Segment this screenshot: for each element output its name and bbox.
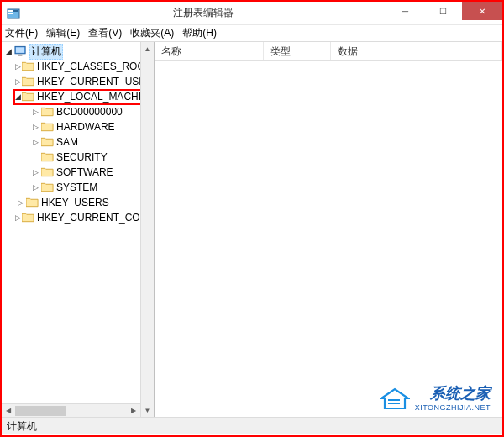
tree-panel: ◢ 计算机 ▷ HKEY_CLASSES_ROOT ▷ HKEY_CURRENT… <box>2 42 155 417</box>
watermark-title: 系统之家 <box>415 383 491 403</box>
values-panel: 名称 类型 数据 <box>155 42 502 417</box>
watermark: 系统之家 XITONGZHIJIA.NET <box>380 383 491 412</box>
svg-rect-6 <box>18 55 23 56</box>
tree-hive[interactable]: ▷ HKEY_USERS <box>2 195 140 210</box>
titlebar: 注册表编辑器 ─ ☐ ✕ <box>2 2 502 25</box>
tree-label[interactable]: HKEY_CURRENT_USER <box>37 76 140 87</box>
tree-label[interactable]: HKEY_CURRENT_CONFIG <box>37 212 140 224</box>
menu-view[interactable]: 查看(V) <box>88 26 122 40</box>
tree-scrollbar-horizontal[interactable]: ◀ ▶ <box>2 403 140 417</box>
computer-icon <box>14 45 27 57</box>
tree-label[interactable]: SAM <box>56 136 78 148</box>
tree-scrollbar-vertical[interactable]: ▲ ▼ <box>140 42 154 417</box>
tree-subkey[interactable]: ▷ SYSTEM <box>2 180 140 195</box>
svg-rect-1 <box>8 10 13 12</box>
expand-icon[interactable]: ▷ <box>30 107 40 117</box>
tree-subkey[interactable]: ▷ SOFTWARE <box>2 165 140 180</box>
expand-icon[interactable]: ▷ <box>15 197 25 208</box>
scroll-thumb[interactable] <box>15 406 66 416</box>
tree-hive[interactable]: ▷ HKEY_CURRENT_USER <box>2 74 140 89</box>
column-type[interactable]: 类型 <box>264 42 331 60</box>
svg-rect-2 <box>8 13 13 14</box>
statusbar-path: 计算机 <box>7 420 37 432</box>
menu-favorites[interactable]: 收藏夹(A) <box>130 26 174 40</box>
column-data[interactable]: 数据 <box>331 42 502 60</box>
column-name[interactable]: 名称 <box>155 42 264 60</box>
folder-icon <box>22 92 34 102</box>
watermark-url: XITONGZHIJIA.NET <box>415 403 491 412</box>
folder-icon <box>22 61 34 71</box>
expand-icon[interactable]: ▷ <box>30 122 40 132</box>
tree-hive[interactable]: ▷ HKEY_CLASSES_ROOT <box>2 59 140 74</box>
expand-icon[interactable]: ▷ <box>30 182 40 192</box>
tree-subkey[interactable]: ▷ BCD00000000 <box>2 104 140 119</box>
expand-icon[interactable]: ▷ <box>15 76 21 87</box>
regedit-icon <box>7 7 20 20</box>
content-area: ◢ 计算机 ▷ HKEY_CLASSES_ROOT ▷ HKEY_CURRENT… <box>2 42 502 417</box>
menu-file[interactable]: 文件(F) <box>5 26 38 40</box>
window-controls: ─ ☐ ✕ <box>386 2 502 24</box>
expand-icon[interactable]: ▷ <box>15 61 21 71</box>
tree-root[interactable]: ◢ 计算机 <box>2 44 140 59</box>
close-button[interactable]: ✕ <box>462 2 502 20</box>
scroll-down-icon[interactable]: ▼ <box>141 403 154 417</box>
menu-help[interactable]: 帮助(H) <box>182 26 217 40</box>
folder-icon <box>41 167 54 177</box>
tree-hive-hklm[interactable]: ◢ HKEY_LOCAL_MACHINE <box>2 89 140 104</box>
tree-subkey[interactable]: ▷ HARDWARE <box>2 119 140 134</box>
menubar: 文件(F) 编辑(E) 查看(V) 收藏夹(A) 帮助(H) <box>2 25 502 42</box>
tree-label[interactable]: HKEY_USERS <box>41 197 109 208</box>
folder-icon <box>41 137 54 147</box>
tree-label[interactable]: SOFTWARE <box>56 166 113 178</box>
minimize-button[interactable]: ─ <box>386 2 424 20</box>
tree-label[interactable]: SYSTEM <box>56 182 97 193</box>
expand-icon[interactable]: ▷ <box>15 213 21 223</box>
expand-icon[interactable]: ▷ <box>30 167 40 177</box>
expand-icon[interactable]: ◢ <box>15 92 21 102</box>
maximize-button[interactable]: ☐ <box>424 2 462 20</box>
values-header: 名称 类型 数据 <box>155 42 502 61</box>
folder-icon <box>41 122 54 132</box>
svg-rect-5 <box>16 47 24 53</box>
menu-edit[interactable]: 编辑(E) <box>46 26 80 40</box>
tree-subkey[interactable]: ▷ SAM <box>2 134 140 150</box>
tree-label[interactable]: SECURITY <box>56 151 108 163</box>
folder-icon <box>41 107 54 117</box>
window-title: 注册表编辑器 <box>20 6 386 20</box>
expand-icon[interactable]: ◢ <box>3 46 13 56</box>
tree-label[interactable]: HKEY_LOCAL_MACHINE <box>37 91 140 103</box>
scroll-right-icon[interactable]: ▶ <box>127 404 140 417</box>
tree-label[interactable]: HARDWARE <box>56 121 115 133</box>
registry-tree[interactable]: ◢ 计算机 ▷ HKEY_CLASSES_ROOT ▷ HKEY_CURRENT… <box>2 42 140 227</box>
tree-root-label[interactable]: 计算机 <box>29 44 63 60</box>
scroll-left-icon[interactable]: ◀ <box>2 404 15 417</box>
values-list[interactable] <box>155 61 502 417</box>
svg-rect-3 <box>13 10 18 12</box>
expand-icon[interactable]: ▷ <box>30 137 40 147</box>
folder-icon <box>26 197 39 208</box>
folder-icon <box>22 213 34 223</box>
tree-label[interactable]: BCD00000000 <box>56 106 123 118</box>
watermark-logo-icon <box>380 385 410 410</box>
statusbar: 计算机 <box>2 417 502 434</box>
folder-icon <box>22 76 34 87</box>
tree-subkey[interactable]: SECURITY <box>2 150 140 165</box>
scroll-up-icon[interactable]: ▲ <box>141 42 154 55</box>
tree-hive[interactable]: ▷ HKEY_CURRENT_CONFIG <box>2 210 140 225</box>
folder-icon <box>41 182 54 192</box>
folder-icon <box>41 152 54 162</box>
expand-placeholder <box>30 152 40 162</box>
tree-label[interactable]: HKEY_CLASSES_ROOT <box>37 61 140 72</box>
